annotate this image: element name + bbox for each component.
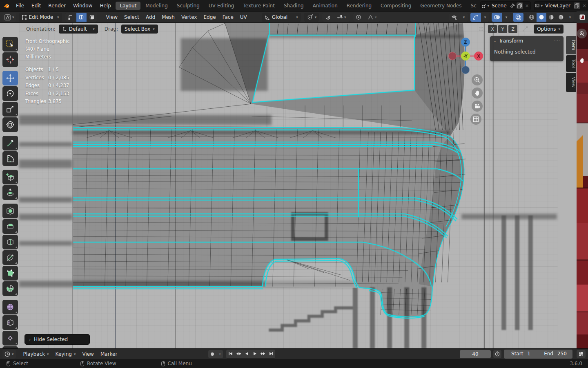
- drag-dropdown[interactable]: Select Box ▾: [121, 25, 158, 34]
- menu-add[interactable]: Add: [143, 14, 158, 20]
- play-reverse-button[interactable]: [243, 350, 251, 358]
- workspace-tab-modeling[interactable]: Modeling: [141, 2, 172, 10]
- panel-collapse-chevron[interactable]: ⌄: [493, 39, 497, 43]
- sliver-pan-hand-icon[interactable]: [577, 56, 587, 65]
- tool-scale[interactable]: [2, 102, 18, 117]
- jump-to-end-button[interactable]: [267, 350, 275, 358]
- transform-panel-header[interactable]: ⌄ Transform ::::: [490, 36, 564, 46]
- edge-select-mode-button[interactable]: [76, 13, 87, 22]
- menu-view[interactable]: View: [103, 14, 121, 20]
- menu-window[interactable]: Window: [69, 0, 96, 11]
- workspace-tab-texture-paint[interactable]: Texture Paint: [239, 2, 278, 10]
- reference-image-editor[interactable]: [577, 11, 588, 348]
- gizmo-z-axis[interactable]: Z: [461, 38, 470, 47]
- mode-dropdown[interactable]: Edit Mode ▾: [19, 13, 62, 22]
- keying-menu[interactable]: Keying▾: [52, 351, 79, 357]
- pin-icon[interactable]: [509, 2, 516, 9]
- workspace-tab-shading[interactable]: Shading: [280, 2, 308, 10]
- hide-selected-panel[interactable]: › Hide Selected: [24, 334, 90, 345]
- menu-help[interactable]: Help: [96, 0, 114, 11]
- tab-item[interactable]: Item: [566, 36, 576, 54]
- tool-knife[interactable]: [2, 250, 18, 265]
- sliver-zoom-icon[interactable]: [577, 29, 587, 38]
- tool-poly-build[interactable]: [2, 266, 18, 280]
- tool-orientation-dropdown[interactable]: Default ▾: [59, 25, 98, 34]
- scene-name[interactable]: Scene: [489, 3, 509, 9]
- tool-inset-faces[interactable]: [2, 204, 18, 218]
- mirror-icon[interactable]: [477, 25, 486, 33]
- show-gizmos-toggle[interactable]: [470, 13, 481, 22]
- current-frame-field[interactable]: 40: [460, 350, 491, 358]
- menu-edge[interactable]: Edge: [200, 14, 219, 20]
- snap-target-dropdown[interactable]: ▾: [333, 13, 350, 22]
- show-overlays-toggle[interactable]: [492, 13, 502, 22]
- new-scene-icon[interactable]: [517, 2, 523, 9]
- editor-type-button[interactable]: ▾: [2, 13, 16, 22]
- gizmo-z-neg-axis[interactable]: [461, 66, 470, 74]
- end-frame-field[interactable]: End250: [538, 350, 572, 358]
- tool-spin[interactable]: [2, 281, 18, 296]
- mirror-y-toggle[interactable]: Y: [498, 25, 507, 33]
- tab-view[interactable]: View: [566, 73, 576, 92]
- gizmo-visibility-chevron[interactable]: ▾: [460, 13, 468, 22]
- tool-loop-cut[interactable]: [2, 235, 18, 249]
- workspace-tab-uv-editing[interactable]: UV Editing: [205, 2, 238, 10]
- play-button[interactable]: [251, 350, 259, 358]
- scene-icon[interactable]: [481, 2, 487, 9]
- overlays-chevron[interactable]: ▾: [502, 13, 510, 22]
- shading-chevron[interactable]: ▾: [566, 13, 574, 22]
- tool-annotate[interactable]: [2, 136, 18, 150]
- menu-file[interactable]: File: [12, 0, 28, 11]
- shading-solid-button[interactable]: [537, 13, 546, 22]
- workspace-tab-compositing[interactable]: Compositing: [376, 2, 415, 10]
- jump-to-start-button[interactable]: [226, 350, 234, 358]
- face-select-mode-button[interactable]: [87, 13, 97, 22]
- timeline-editor-type-button[interactable]: ▾: [2, 350, 16, 359]
- menu-select[interactable]: Select: [121, 14, 143, 20]
- proportional-falloff-dropdown[interactable]: ▾: [364, 13, 380, 22]
- tool-cursor[interactable]: [2, 52, 18, 67]
- preview-range-clock-button[interactable]: [493, 350, 501, 358]
- workspace-tab-sculpting[interactable]: Sculpting: [173, 2, 204, 10]
- tool-select-box[interactable]: [2, 37, 18, 52]
- timeline-corner-icon[interactable]: [577, 350, 586, 358]
- shading-wireframe-button[interactable]: [527, 13, 537, 22]
- tool-rotate[interactable]: [2, 86, 18, 101]
- workspace-tab-scripting[interactable]: Scripting: [467, 2, 477, 10]
- workspace-tab-geometry-nodes[interactable]: Geometry Nodes: [416, 2, 466, 10]
- pivot-point-dropdown[interactable]: ▾: [304, 13, 319, 22]
- menu-uv[interactable]: UV: [237, 14, 250, 20]
- tool-move[interactable]: [2, 71, 18, 85]
- next-keyframe-button[interactable]: [259, 350, 267, 358]
- blender-logo-icon[interactable]: [3, 2, 10, 9]
- menu-face[interactable]: Face: [219, 14, 237, 20]
- viewport-canvas[interactable]: [0, 23, 577, 348]
- shading-material-button[interactable]: [546, 13, 556, 22]
- pan-hand-icon[interactable]: [472, 88, 483, 99]
- unlink-scene-icon[interactable]: ✕: [524, 2, 530, 9]
- xray-toggle[interactable]: [513, 13, 523, 22]
- gizmo-x-axis[interactable]: X: [474, 52, 483, 61]
- viewlayer-icon[interactable]: [535, 2, 541, 9]
- auto-keyframe-record-button[interactable]: [208, 350, 216, 358]
- playback-menu[interactable]: Playback▾: [20, 351, 52, 357]
- tool-transform[interactable]: [2, 117, 18, 132]
- gizmos-chevron[interactable]: ▾: [481, 13, 489, 22]
- camera-view-icon[interactable]: [472, 101, 483, 112]
- gizmo-y-neg-axis[interactable]: -Y: [461, 52, 470, 61]
- options-dropdown[interactable]: Options ▾: [534, 25, 564, 34]
- gizmo-x-neg-axis[interactable]: [448, 52, 457, 60]
- show-gizmo-eye-icon[interactable]: [449, 13, 460, 22]
- proportional-edit-toggle[interactable]: [353, 13, 364, 22]
- workspace-tab-animation[interactable]: Animation: [309, 2, 342, 10]
- prev-keyframe-button[interactable]: [234, 350, 243, 358]
- workspace-tab-layout[interactable]: Layout: [116, 2, 140, 10]
- panel-grip-icon[interactable]: ::::: [554, 39, 560, 43]
- new-viewlayer-icon[interactable]: [574, 2, 580, 9]
- timeline-view-menu[interactable]: View: [79, 351, 97, 357]
- snap-base-icon[interactable]: [521, 25, 530, 33]
- navigation-gizmo[interactable]: Z X -Y: [448, 38, 488, 75]
- transform-orientation-dropdown[interactable]: Global ▾: [262, 13, 301, 22]
- menu-edit[interactable]: Edit: [28, 0, 45, 11]
- menu-render[interactable]: Render: [45, 0, 69, 11]
